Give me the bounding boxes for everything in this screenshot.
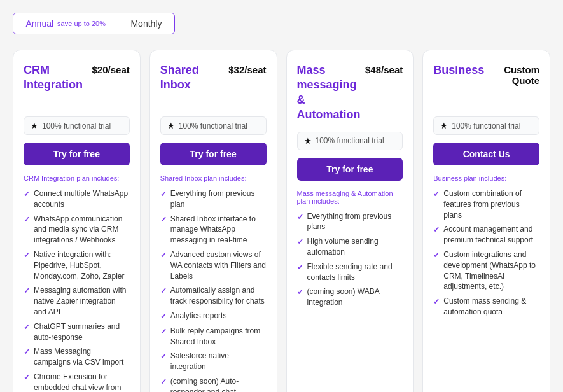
feature-text: Custom mass sending & automation quota bbox=[443, 296, 539, 318]
checkmark-icon: ✓ bbox=[433, 225, 440, 235]
trial-label: 100% functional trial bbox=[179, 122, 247, 130]
feature-text: Everything from previous plan bbox=[170, 188, 267, 210]
list-item: ✓Custom mass sending & automation quota bbox=[433, 296, 539, 318]
feature-text: Custom combination of features from prev… bbox=[443, 188, 539, 220]
checkmark-icon: ✓ bbox=[160, 326, 167, 337]
list-item: ✓Everything from previous plans bbox=[297, 211, 403, 233]
plan-trial-crm: ★100% functional trial bbox=[24, 116, 130, 135]
includes-label-mass: Mass messaging & Automation plan include… bbox=[297, 190, 403, 205]
plan-trial-business: ★100% functional trial bbox=[433, 116, 539, 135]
list-item: ✓(coming soon) Auto-responder and chat d… bbox=[160, 376, 267, 392]
list-item: ✓Native integration with: Pipedrive, Hub… bbox=[24, 249, 130, 281]
list-item: ✓Account management and premium technica… bbox=[433, 224, 539, 246]
list-item: ✓Custom combination of features from pre… bbox=[433, 188, 539, 220]
feature-text: Analytics reports bbox=[170, 311, 227, 321]
cta-button-business[interactable]: Contact Us bbox=[433, 143, 539, 165]
plan-card-shared: Shared Inbox$32/seat★100% functional tri… bbox=[149, 50, 277, 392]
checkmark-icon: ✓ bbox=[24, 322, 30, 333]
annual-save-badge: save up to 20% bbox=[57, 20, 106, 27]
annual-toggle[interactable]: Annual save up to 20% bbox=[13, 13, 119, 34]
checkmark-icon: ✓ bbox=[433, 250, 440, 261]
plan-name-crm: CRM Integration bbox=[24, 63, 83, 93]
feature-text: Connect multiple WhatsApp accounts bbox=[34, 188, 130, 210]
plan-header-mass: Mass messaging & Automation$48/seat bbox=[297, 63, 403, 123]
feature-text: Messaging automation with native Zapier … bbox=[34, 285, 130, 317]
list-item: ✓(coming soon) WABA integration bbox=[297, 286, 403, 308]
checkmark-icon: ✓ bbox=[24, 189, 30, 200]
feature-list-mass: ✓Everything from previous plans✓High vol… bbox=[297, 211, 403, 308]
checkmark-icon: ✓ bbox=[160, 351, 167, 362]
feature-text: Salesforce native integration bbox=[170, 351, 267, 372]
list-item: ✓ChatGPT summaries and auto-response bbox=[24, 321, 130, 343]
list-item: ✓Analytics reports bbox=[160, 311, 267, 322]
star-icon: ★ bbox=[31, 121, 38, 130]
checkmark-icon: ✓ bbox=[160, 311, 167, 322]
plan-header-shared: Shared Inbox$32/seat bbox=[160, 63, 267, 108]
feature-text: Automatically assign and track responsib… bbox=[170, 285, 267, 307]
list-item: ✓Messaging automation with native Zapier… bbox=[24, 285, 130, 317]
checkmark-icon: ✓ bbox=[160, 189, 167, 200]
feature-text: Bulk reply campaigns from Shared Inbox bbox=[170, 326, 267, 347]
star-icon: ★ bbox=[304, 136, 312, 146]
cta-button-mass[interactable]: Try for free bbox=[297, 158, 403, 181]
plan-card-mass: Mass messaging & Automation$48/seat★100%… bbox=[286, 50, 414, 392]
feature-list-shared: ✓Everything from previous plan✓Shared In… bbox=[160, 188, 267, 392]
cta-button-crm[interactable]: Try for free bbox=[24, 143, 130, 165]
trial-label: 100% functional trial bbox=[452, 122, 520, 130]
list-item: ✓Advanced custom views of WA contacts wi… bbox=[160, 249, 267, 281]
list-item: ✓WhatsApp communication and media sync v… bbox=[24, 214, 130, 246]
list-item: ✓Mass Messaging campaigns via CSV import bbox=[24, 346, 130, 368]
feature-text: Everything from previous plans bbox=[307, 211, 403, 233]
checkmark-icon: ✓ bbox=[24, 250, 30, 261]
includes-label-crm: CRM Integration plan includes: bbox=[24, 174, 130, 182]
feature-text: (coming soon) WABA integration bbox=[307, 286, 403, 308]
monthly-toggle[interactable]: Monthly bbox=[118, 13, 174, 34]
feature-text: Custom integrations and development (Wha… bbox=[443, 249, 539, 292]
plan-name-shared: Shared Inbox bbox=[160, 63, 199, 93]
list-item: ✓Custom integrations and development (Wh… bbox=[433, 249, 539, 292]
plan-header-crm: CRM Integration$20/seat bbox=[24, 63, 130, 108]
list-item: ✓Salesforce native integration bbox=[160, 351, 267, 372]
plan-price-business: Custom Quote bbox=[504, 63, 539, 86]
plan-card-crm: CRM Integration$20/seat★100% functional … bbox=[13, 50, 141, 392]
feature-text: High volume sending automation bbox=[307, 236, 403, 258]
checkmark-icon: ✓ bbox=[24, 372, 30, 383]
feature-text: Account management and premium technical… bbox=[443, 224, 539, 246]
feature-list-business: ✓Custom combination of features from pre… bbox=[433, 188, 539, 318]
plan-price-mass: $48/seat bbox=[365, 63, 403, 75]
list-item: ✓Chrome Extension for embedded chat view… bbox=[24, 372, 130, 392]
checkmark-icon: ✓ bbox=[160, 214, 167, 225]
feature-text: (coming soon) Auto-responder and chat di… bbox=[170, 376, 267, 392]
checkmark-icon: ✓ bbox=[297, 237, 303, 248]
plan-trial-mass: ★100% functional trial bbox=[297, 132, 403, 150]
feature-text: Native integration with: Pipedrive, HubS… bbox=[34, 249, 130, 281]
feature-text: WhatsApp communication and media sync vi… bbox=[34, 214, 130, 246]
feature-text: ChatGPT summaries and auto-response bbox=[34, 321, 130, 343]
feature-text: Shared Inbox interface to manage WhatsAp… bbox=[170, 214, 267, 246]
list-item: ✓Connect multiple WhatsApp accounts bbox=[24, 188, 130, 210]
checkmark-icon: ✓ bbox=[433, 189, 440, 200]
cta-button-shared[interactable]: Try for free bbox=[160, 143, 267, 165]
feature-text: Chrome Extension for embedded chat view … bbox=[34, 372, 130, 392]
checkmark-icon: ✓ bbox=[433, 297, 440, 307]
plan-header-business: BusinessCustom Quote bbox=[433, 63, 539, 108]
plan-trial-shared: ★100% functional trial bbox=[160, 116, 267, 135]
includes-label-shared: Shared Inbox plan includes: bbox=[160, 174, 267, 182]
monthly-label: Monthly bbox=[130, 18, 162, 29]
plan-price-shared: $32/seat bbox=[228, 63, 266, 75]
plan-name-mass: Mass messaging & Automation bbox=[297, 63, 361, 123]
plan-card-business: BusinessCustom Quote★100% functional tri… bbox=[422, 50, 550, 392]
checkmark-icon: ✓ bbox=[160, 250, 167, 261]
checkmark-icon: ✓ bbox=[160, 377, 167, 388]
list-item: ✓Flexible sending rate and contacts limi… bbox=[297, 262, 403, 283]
billing-section: Annual save up to 20% Monthly CRM Integr… bbox=[13, 13, 550, 392]
checkmark-icon: ✓ bbox=[24, 347, 30, 358]
list-item: ✓Everything from previous plan bbox=[160, 188, 267, 210]
trial-label: 100% functional trial bbox=[316, 136, 384, 145]
checkmark-icon: ✓ bbox=[160, 286, 167, 297]
checkmark-icon: ✓ bbox=[297, 287, 303, 298]
list-item: ✓High volume sending automation bbox=[297, 236, 403, 258]
includes-label-business: Business plan includes: bbox=[433, 174, 539, 182]
feature-list-crm: ✓Connect multiple WhatsApp accounts✓What… bbox=[24, 188, 130, 392]
plan-name-business: Business bbox=[433, 63, 484, 78]
